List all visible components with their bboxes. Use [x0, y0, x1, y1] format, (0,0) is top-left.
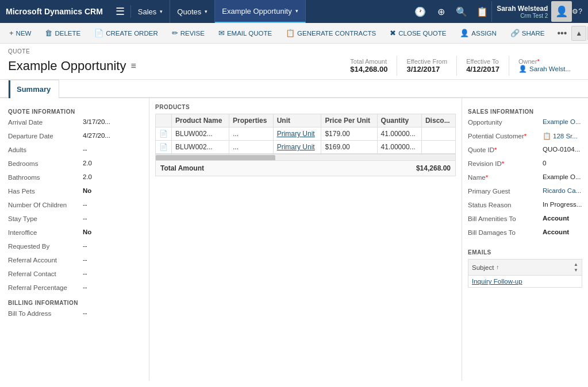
product-discount-1 [421, 127, 455, 141]
total-amount-label: Total Amount [350, 58, 387, 65]
field-referral-account: Referral Account -- [8, 256, 141, 268]
nav-example-opportunity[interactable]: Example Opportunity ▾ [215, 0, 305, 23]
table-header-row: Product Name Properties Unit Price Per U… [156, 114, 456, 127]
field-primary-guest: Primary Guest Ricardo Ca... [468, 187, 582, 199]
total-label: Total Amount [160, 164, 204, 172]
email-scroll-arrows: ▲ ▼ [574, 262, 578, 273]
scroll-up-arrow[interactable]: ▲ [574, 262, 578, 268]
field-bedrooms: Bedrooms 2.0 [8, 160, 141, 171]
product-qty-2: 41.00000... [377, 141, 421, 154]
generate-contracts-button[interactable]: 📋 GENERATE CONTRACTS [281, 27, 381, 39]
field-opportunity: Opportunity Example O... [468, 118, 582, 130]
nav-sales[interactable]: Sales ▾ [131, 0, 171, 23]
col-unit[interactable]: Unit [273, 114, 321, 127]
product-discount-2 [421, 141, 455, 154]
chevron-down-icon: ▾ [295, 8, 298, 14]
field-interoffice: Interoffice No [8, 229, 141, 240]
create-order-button[interactable]: 📄 CREATE ORDER [90, 27, 163, 39]
create-icon[interactable]: ⊕ [432, 2, 450, 21]
owner-value: 👤 Sarah Welst... [518, 65, 571, 73]
product-price-1: $179.00 [321, 127, 377, 141]
tab-bar: Summary [0, 80, 588, 98]
share-button[interactable]: 🔗 SHARE [506, 27, 549, 39]
effective-from-label: Effective From [406, 58, 447, 65]
field-bill-amenities-to: Bill Amenities To Account [468, 215, 582, 226]
field-referral-percentage: Referral Percentage -- [8, 284, 141, 295]
revise-icon: ✏ [172, 29, 178, 37]
effective-to-meta: Effective To 4/12/2017 [456, 56, 509, 76]
field-has-pets: Has Pets No [8, 187, 141, 199]
col-price[interactable]: Price Per Unit [321, 114, 377, 127]
effective-to-value: 4/12/2017 [466, 65, 499, 73]
assign-icon: 👤 [460, 29, 469, 37]
user-name: Sarah Welstead [497, 5, 548, 13]
product-unit-1[interactable]: Primary Unit [273, 127, 321, 141]
delete-button[interactable]: 🗑 DELETE [40, 27, 85, 39]
field-adults: Adults -- [8, 146, 141, 157]
emails-title: Emails [468, 249, 582, 256]
revise-button[interactable]: ✏ REVISE [167, 27, 209, 39]
assign-button[interactable]: 👤 ASSIGN [455, 27, 501, 39]
avatar[interactable]: 👤 [551, 1, 572, 22]
chevron-down-icon: ▾ [160, 9, 163, 14]
subject-col-label: Subject [472, 264, 494, 271]
col-product-name[interactable]: Product Name [172, 114, 229, 127]
quick-create-icon[interactable]: 📋 [473, 2, 491, 21]
field-potential-customer: Potential Customer* 📋 128 Sr... [468, 132, 582, 144]
page-title: Example Opportunity ≡ [8, 59, 136, 73]
product-price-2: $169.00 [321, 141, 377, 154]
list-icon[interactable]: ≡ [130, 61, 136, 71]
scroll-thumb [156, 155, 275, 161]
content-area: QUOTE INFORMATION Arrival Date 3/17/20..… [0, 98, 588, 381]
toolbar-right: ▲ ▼ ⤢ [571, 26, 588, 41]
share-icon: 🔗 [510, 29, 520, 37]
field-bill-to-address: Bill To Address -- [8, 309, 141, 321]
owner-label: Owner* [518, 58, 571, 65]
help-icon[interactable]: ? [578, 7, 582, 16]
nav-quotes[interactable]: Quotes ▾ [170, 0, 215, 23]
email-link[interactable]: Inquiry Follow-up [472, 278, 522, 285]
nav-right-icons: 🕐 ⊕ 🔍 📋 [411, 2, 491, 21]
field-departure-date: Departure Date 4/27/20... [8, 132, 141, 144]
col-properties[interactable]: Properties [229, 114, 273, 127]
total-row: Total Amount $14,268.00 [155, 161, 456, 176]
page-meta: Total Amount $14,268.00 Effective From 3… [341, 56, 580, 76]
billing-info-title: BILLING INFORMATION [8, 300, 141, 306]
field-stay-type: Stay Type -- [8, 215, 141, 226]
table-row: 📄 BLUW002... ... Primary Unit $179.00 41… [156, 127, 456, 141]
field-num-children: Number Of Children -- [8, 201, 141, 212]
sort-icon[interactable]: ↑ [496, 264, 499, 270]
close-quote-button[interactable]: ✖ CLOSE QUOTE [385, 27, 451, 39]
email-quote-button[interactable]: ✉ EMAIL QUOTE [214, 27, 276, 39]
scroll-up-button[interactable]: ▲ [571, 26, 586, 41]
person-icon: 👤 [518, 65, 527, 73]
horizontal-scrollbar[interactable] [155, 154, 456, 161]
page-label: QUOTE [8, 48, 580, 55]
delete-icon: 🗑 [45, 29, 52, 37]
settings-icon[interactable]: ⚙ [572, 7, 578, 16]
product-unit-2[interactable]: Primary Unit [273, 141, 321, 154]
customer-icon: 📋 [543, 132, 551, 140]
more-options[interactable]: ••• [554, 28, 570, 38]
new-button[interactable]: + NEW [5, 27, 36, 39]
hamburger-menu[interactable]: ☰ [110, 5, 131, 18]
field-bathrooms: Bathrooms 2.0 [8, 173, 141, 185]
col-quantity[interactable]: Quantity [377, 114, 421, 127]
field-quote-id: Quote ID* QUO-0104... [468, 146, 582, 157]
products-title: PRODUCTS [155, 104, 456, 110]
search-icon[interactable]: 🔍 [452, 2, 471, 21]
user-section: Sarah Welstead Crm Test 2 👤 ⚙ ? [491, 1, 582, 22]
user-info: Sarah Welstead Crm Test 2 [497, 5, 551, 19]
scroll-down-arrow[interactable]: ▼ [574, 268, 578, 273]
recent-records-icon[interactable]: 🕐 [411, 2, 429, 21]
effective-from-meta: Effective From 3/12/2017 [397, 56, 456, 76]
table-row: 📄 BLUW002... ... Primary Unit $169.00 41… [156, 141, 456, 154]
col-discount[interactable]: Disco... [421, 114, 455, 127]
tab-summary[interactable]: Summary [8, 80, 59, 98]
left-panel: QUOTE INFORMATION Arrival Date 3/17/20..… [0, 98, 149, 381]
product-name-2: BLUW002... [172, 141, 229, 154]
row-icon: 📄 [156, 141, 172, 154]
total-amount-meta: Total Amount $14,268.00 [341, 56, 397, 76]
field-revision-id: Revision ID* 0 [468, 160, 582, 171]
total-amount-value: $14,268.00 [350, 65, 387, 73]
